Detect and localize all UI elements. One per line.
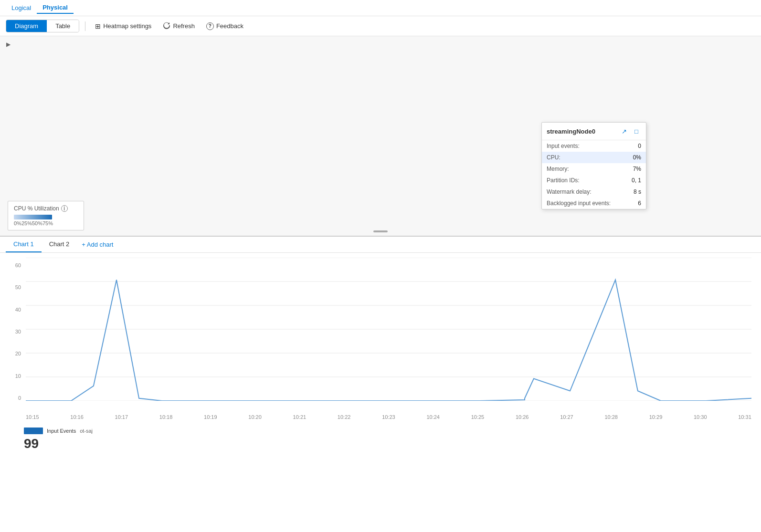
collapse-handle[interactable] xyxy=(373,230,388,232)
tab-chart2[interactable]: Chart 2 xyxy=(42,237,77,252)
legend-scale xyxy=(14,215,78,219)
legend-labels: 0% 25% 50% 75% xyxy=(14,220,52,226)
top-tabs-container: Logical Physical xyxy=(0,0,761,16)
legend-gradient xyxy=(14,215,52,219)
cpu-legend-box: CPU % Utilization i 0% 25% 50% 75% xyxy=(8,201,84,230)
chart-current-value: 99 xyxy=(0,436,761,455)
chart-legend-sublabel: ot-saj xyxy=(80,428,93,434)
add-chart-btn[interactable]: + Add chart xyxy=(77,237,118,252)
refresh-icon xyxy=(163,21,170,31)
node-link-icon[interactable]: ↗ xyxy=(619,126,629,136)
chart-legend-color xyxy=(24,428,43,434)
node-row-input-events: Input events: 0 xyxy=(542,140,646,152)
expand-diagram-btn[interactable]: ▶ xyxy=(4,40,12,49)
x-axis: 10:15 10:16 10:17 10:18 10:19 10:20 10:2… xyxy=(26,414,751,420)
tab-physical[interactable]: Physical xyxy=(37,2,74,14)
diagram-area[interactable]: ▶ streamingNode0 ↗ □ Input events: 0 CPU… xyxy=(0,36,761,237)
node-row-backlogged: Backlogged input events: 6 xyxy=(542,198,646,209)
diagram-bottom-line xyxy=(0,236,761,236)
y-axis: 60 50 40 30 20 10 0 xyxy=(0,258,24,401)
node-row-watermark: Watermark delay: 8 s xyxy=(542,186,646,198)
separator-1 xyxy=(85,21,85,31)
node-row-memory: Memory: 7% xyxy=(542,163,646,175)
chart-legend-label: Input Events xyxy=(47,428,76,434)
node-row-partition: Partition IDs: 0, 1 xyxy=(542,175,646,186)
tab-logical[interactable]: Logical xyxy=(6,2,37,13)
chart-svg xyxy=(26,258,751,401)
toolbar: Diagram Table ⊞ Heatmap settings Refresh… xyxy=(0,16,761,36)
chart-tabs: Chart 1 Chart 2 + Add chart xyxy=(0,237,761,253)
node-row-cpu: CPU: 0% xyxy=(542,152,646,163)
chart-area: 60 50 40 30 20 10 0 10:15 10:16 xyxy=(0,253,761,425)
node-card-header: streamingNode0 ↗ □ xyxy=(542,123,646,140)
chart-legend: Input Events ot-saj xyxy=(0,425,761,436)
legend-title: CPU % Utilization i xyxy=(14,205,78,212)
question-icon: ? xyxy=(206,22,214,30)
info-icon[interactable]: i xyxy=(61,205,68,212)
node-name: streamingNode0 xyxy=(547,128,595,135)
heatmap-settings-btn[interactable]: ⊞ Heatmap settings xyxy=(91,20,155,32)
tab-chart1[interactable]: Chart 1 xyxy=(6,237,42,252)
view-toggle: Diagram Table xyxy=(6,20,79,32)
node-icons: ↗ □ xyxy=(619,126,641,136)
diagram-btn[interactable]: Diagram xyxy=(6,20,47,32)
node-card: streamingNode0 ↗ □ Input events: 0 CPU: … xyxy=(541,122,646,209)
table-btn[interactable]: Table xyxy=(47,20,79,32)
node-expand-icon[interactable]: □ xyxy=(632,126,641,136)
refresh-btn[interactable]: Refresh xyxy=(159,19,199,33)
heatmap-icon: ⊞ xyxy=(95,22,101,30)
charts-section: Chart 1 Chart 2 + Add chart 60 50 40 30 … xyxy=(0,237,761,455)
feedback-btn[interactable]: ? Feedback xyxy=(202,20,247,32)
